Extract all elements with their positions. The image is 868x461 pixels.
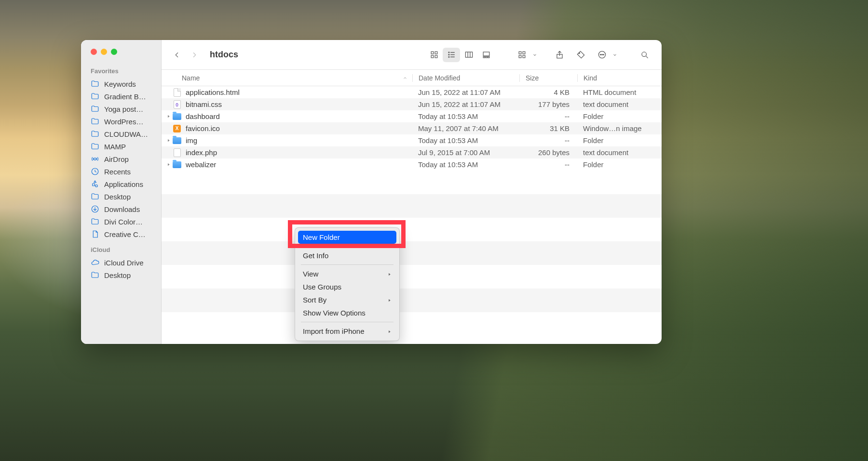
file-kind: Folder [577, 160, 662, 169]
sidebar-item-creative-c[interactable]: Creative C… [81, 228, 161, 240]
minimize-button[interactable] [101, 49, 107, 55]
group-button[interactable] [513, 48, 530, 62]
sidebar-header-favorites: Favorites [81, 66, 161, 78]
file-kind: Folder [577, 112, 662, 120]
file-kind: Folder [577, 136, 662, 145]
menu-item-label: Import from iPhone [303, 327, 365, 335]
menu-item-get-info[interactable]: Get Info [298, 249, 396, 262]
folder-icon [91, 130, 99, 138]
css-icon [174, 100, 181, 109]
file-row[interactable]: index.phpJul 9, 2015 at 7:00 AM260 bytes… [162, 146, 662, 158]
menu-item-sort-by[interactable]: Sort By [298, 293, 396, 306]
svg-rect-21 [519, 52, 521, 54]
menu-item-use-groups[interactable]: Use Groups [298, 280, 396, 293]
sidebar-item-desktop[interactable]: Desktop [81, 269, 161, 281]
svg-rect-22 [523, 52, 525, 54]
svg-rect-4 [431, 52, 434, 54]
search-button[interactable] [636, 48, 653, 62]
menu-item-import-from-iphone[interactable]: Import from iPhone [298, 325, 396, 338]
sidebar-item-keywords[interactable]: Keywords [81, 78, 161, 90]
file-row[interactable]: webalizerToday at 10:53 AM--Folder [162, 158, 662, 171]
sidebar-item-cloudwa[interactable]: CLOUDWA… [81, 128, 161, 140]
svg-rect-18 [483, 56, 485, 57]
sidebar-item-divi-color[interactable]: Divi Color… [81, 215, 161, 228]
empty-row[interactable] [162, 218, 662, 241]
file-size: 31 KB [519, 124, 577, 132]
chevron-right-icon [387, 296, 392, 304]
svg-point-29 [601, 54, 602, 55]
sidebar-item-recents[interactable]: Recents [81, 165, 161, 178]
sidebar-item-applications[interactable]: Applications [81, 178, 161, 190]
svg-rect-23 [519, 55, 521, 58]
sidebar-item-desktop[interactable]: Desktop [81, 190, 161, 203]
file-row[interactable]: dashboardToday at 10:53 AM--Folder [162, 110, 662, 122]
column-header-size[interactable]: Size [519, 74, 577, 82]
window-title: htdocs [210, 50, 238, 60]
menu-item-new-folder[interactable]: New Folder [298, 231, 396, 244]
toolbar: htdocs [162, 40, 662, 70]
sidebar-item-gradient-b[interactable]: Gradient B… [81, 90, 161, 103]
sidebar-item-label: Desktop [104, 193, 131, 201]
svg-rect-14 [465, 52, 472, 57]
disclosure-triangle-icon[interactable] [164, 162, 172, 167]
action-button[interactable] [593, 48, 610, 62]
disclosure-triangle-icon[interactable] [164, 138, 172, 143]
file-name: bitnami.css [186, 100, 412, 108]
column-label-kind: Kind [583, 74, 597, 82]
sidebar-item-yoga-post[interactable]: Yoga post… [81, 103, 161, 115]
sidebar-item-icloud-drive[interactable]: iCloud Drive [81, 256, 161, 269]
icon-view-button[interactable] [425, 48, 443, 62]
file-row[interactable]: imgToday at 10:53 AM--Folder [162, 134, 662, 146]
file-list[interactable]: applications.htmlJun 15, 2022 at 11:07 A… [162, 86, 662, 344]
sidebar-item-label: Creative C… [104, 230, 146, 238]
sidebar-item-downloads[interactable]: Downloads [81, 203, 161, 215]
folder-icon [173, 113, 181, 120]
file-date: Jun 15, 2022 at 11:07 AM [412, 88, 519, 96]
svg-rect-7 [435, 55, 437, 58]
svg-point-28 [600, 54, 601, 55]
menu-item-show-view-options[interactable]: Show View Options [298, 306, 396, 319]
list-view-button[interactable] [443, 48, 460, 62]
file-row[interactable]: favicon.icoMay 11, 2007 at 7:40 AM31 KBW… [162, 122, 662, 134]
sidebar-item-wordpres[interactable]: WordPres… [81, 115, 161, 128]
svg-point-31 [641, 52, 646, 57]
file-row[interactable]: applications.htmlJun 15, 2022 at 11:07 A… [162, 86, 662, 98]
column-header-date[interactable]: Date Modified [412, 74, 519, 82]
menu-item-view[interactable]: View [298, 267, 396, 280]
tags-button[interactable] [572, 48, 589, 62]
empty-row[interactable] [162, 312, 662, 336]
file-kind: Window…n image [577, 124, 662, 132]
back-button[interactable] [170, 48, 184, 62]
airdrop-icon [91, 155, 99, 163]
file-name: favicon.ico [186, 124, 412, 132]
empty-row[interactable] [162, 289, 662, 312]
sidebar-section-favorites: Favorites KeywordsGradient B…Yoga post…W… [81, 64, 161, 242]
sidebar-item-label: AirDrop [104, 155, 129, 163]
chevron-right-icon [387, 327, 392, 335]
close-button[interactable] [91, 49, 97, 55]
document-icon [174, 88, 181, 97]
empty-row[interactable] [162, 194, 662, 218]
empty-row[interactable] [162, 171, 662, 194]
svg-point-0 [94, 158, 96, 160]
view-switcher [425, 48, 495, 62]
forward-button[interactable] [188, 48, 201, 62]
file-name: index.php [186, 148, 412, 157]
gallery-view-button[interactable] [477, 48, 495, 62]
column-headers: Name Date Modified Size Kind [162, 70, 662, 86]
column-header-kind[interactable]: Kind [577, 74, 662, 82]
empty-row[interactable] [162, 241, 662, 265]
empty-row[interactable] [162, 265, 662, 289]
file-row[interactable]: bitnami.cssJun 15, 2022 at 11:07 AM177 b… [162, 98, 662, 110]
sidebar-section-icloud: iCloud iCloud DriveDesktop [81, 242, 161, 283]
folder-icon [91, 217, 99, 226]
column-label-name: Name [182, 74, 200, 82]
folder-icon [173, 161, 181, 168]
zoom-button[interactable] [111, 49, 117, 55]
share-button[interactable] [551, 48, 568, 62]
sidebar-item-mamp[interactable]: MAMP [81, 140, 161, 153]
column-view-button[interactable] [460, 48, 477, 62]
disclosure-triangle-icon[interactable] [164, 114, 172, 119]
sidebar-item-airdrop[interactable]: AirDrop [81, 153, 161, 165]
column-header-name[interactable]: Name [182, 74, 412, 82]
